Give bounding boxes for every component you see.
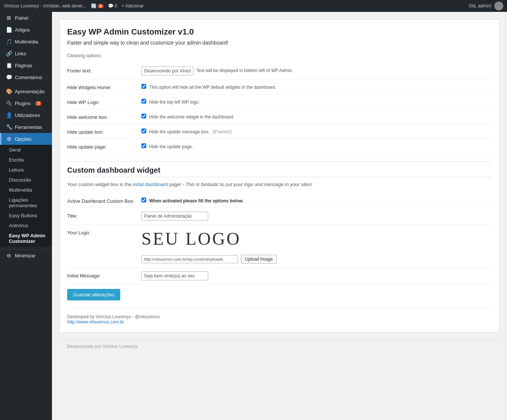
sidebar-label-utilizadores: Utilizadores xyxy=(15,113,40,118)
custom-widget-title: Custom dashboard widget xyxy=(67,166,492,175)
active-dashboard-control: When activated please fill the options b… xyxy=(141,197,492,204)
main-content: Easy WP Admin Customizer v1.0 Faster and… xyxy=(52,12,507,420)
comments-nav-icon: 💬 xyxy=(6,74,12,80)
sidebar-label-escrita: Escrita xyxy=(9,157,24,163)
sidebar-item-multimidia-sub[interactable]: Multimédia xyxy=(0,185,52,195)
sidebar-label-ligacoes: Ligações permanentes xyxy=(9,197,48,208)
custom-widget-desc: Your custom widget box in the initial da… xyxy=(67,182,492,187)
initial-message-label: Initial Message: xyxy=(67,271,141,279)
hide-welcome-row: Hide welcome box: Hide the welcome widge… xyxy=(67,109,492,124)
sidebar-item-easy-buttons[interactable]: Easy Buttons xyxy=(0,211,52,221)
footer-text-input[interactable] xyxy=(141,66,193,75)
initial-message-input[interactable] xyxy=(141,271,208,280)
sidebar-item-discussao[interactable]: Discussão xyxy=(0,175,52,185)
sidebar-item-minimizar[interactable]: ⊖ Minimizar xyxy=(0,249,52,261)
sidebar-label-multimidia-sub: Multimédia xyxy=(9,187,32,193)
plugin-title: Easy WP Admin Customizer v1.0 xyxy=(67,27,492,37)
minimize-icon: ⊖ xyxy=(6,253,12,258)
tools-icon: 🔧 xyxy=(6,124,12,130)
widget-title-input[interactable] xyxy=(141,212,208,221)
footer-credit-link[interactable]: http://www.vilourenco.com.br xyxy=(67,319,124,325)
section-divider xyxy=(67,161,492,162)
custom-widget-desc-italic: This is fantastic to put your logo and m… xyxy=(186,182,312,187)
sidebar-label-painel: Painel xyxy=(15,15,28,21)
hide-update-box-control: Hide the update message box. (If exists!… xyxy=(141,128,492,134)
sidebar-item-multimidia[interactable]: 🎵 Multimédia xyxy=(0,36,52,48)
greeting: Olá, admin! xyxy=(469,3,491,9)
hide-wp-logo-checkbox[interactable] xyxy=(141,99,146,104)
hide-welcome-checkbox[interactable] xyxy=(141,114,146,118)
plugins-badge: 3 xyxy=(35,101,42,106)
options-icon: ⚙ xyxy=(6,136,12,142)
hide-update-page-helper: Hide the update page. xyxy=(149,143,193,149)
active-dashboard-label: Active Dashboard Custom Box: xyxy=(67,197,141,204)
hide-widgets-control: This option will hide all the WP default… xyxy=(141,83,492,90)
sidebar-item-antivirus[interactable]: AntiVirus xyxy=(0,221,52,231)
hide-update-box-helper: Hide the update message box. xyxy=(149,128,210,134)
plugin-subtitle: Faster and simple way to clean and custo… xyxy=(67,40,492,46)
sidebar-item-apresentacao[interactable]: 🎨 Apresentação xyxy=(0,85,52,97)
comments-count: 0 xyxy=(115,3,117,9)
custom-widget-desc-end: page! - xyxy=(169,182,184,187)
sidebar-label-apresentacao: Apresentação xyxy=(15,89,45,94)
footer-credit-line1: Developed by Vinícius Lourenço - @vilour… xyxy=(67,314,492,319)
upload-image-button[interactable]: Upload Image xyxy=(241,255,277,264)
logo-control: SEU LOGO Upload Image xyxy=(141,228,492,264)
logo-label: Your Logo: xyxy=(67,228,141,235)
logo-row: Your Logo: SEU LOGO Upload Image xyxy=(67,225,492,268)
footer-text-label: Footer text: xyxy=(67,66,141,74)
sidebar-item-opcoes[interactable]: ⚙ Opções xyxy=(0,133,52,145)
widget-title-label: Title: xyxy=(67,212,141,219)
active-dashboard-checkbox[interactable] xyxy=(141,198,146,202)
hide-update-page-control: Hide the update page. xyxy=(141,143,492,149)
sidebar-item-artigos[interactable]: 📄 Artigos xyxy=(0,24,52,36)
users-icon: 👤 xyxy=(6,112,12,118)
links-icon: 🔗 xyxy=(6,51,12,56)
hide-wp-logo-label: Hide WP Logo: xyxy=(67,98,141,105)
comments-icon[interactable]: 💬 0 xyxy=(108,3,117,9)
initial-message-control xyxy=(141,271,492,280)
widget-title-control xyxy=(141,212,492,221)
sidebar-label-multimidia: Multimédia xyxy=(15,39,38,45)
sidebar-item-comentarios[interactable]: 💬 Comentários xyxy=(0,71,52,83)
hide-welcome-helper: Hide the welcome widget in the dashboard… xyxy=(149,113,234,120)
sidebar-item-easy-wp[interactable]: Easy WP Admin Customizer xyxy=(0,231,52,246)
sidebar-item-leitura[interactable]: Leitura xyxy=(0,165,52,175)
sidebar-item-links[interactable]: 🔗 Links xyxy=(0,48,52,59)
hide-update-box-row: Hide update box: Hide the update message… xyxy=(67,124,492,139)
logo-url-input[interactable] xyxy=(141,255,238,263)
plugins-icon: 🔌 xyxy=(6,100,12,106)
updates-icon[interactable]: 🔄 8 xyxy=(91,3,104,9)
footer-text-row: Footer text: Text will be displayed in b… xyxy=(67,63,492,79)
sidebar-item-ligacoes[interactable]: Ligações permanentes xyxy=(0,195,52,211)
cleaning-options-label: Cleaning options: xyxy=(67,53,492,58)
sidebar-label-geral: Geral xyxy=(9,147,21,153)
custom-widget-desc-link[interactable]: initial dashboard xyxy=(133,182,168,187)
wp-footer-text: Desenvolvido por Vinícius Lourenço xyxy=(67,344,138,349)
updates-count: 8 xyxy=(98,4,104,8)
sidebar-item-painel[interactable]: ⊞ Painel xyxy=(0,12,52,24)
sidebar-label-discussao: Discussão xyxy=(9,177,31,183)
sidebar-item-geral[interactable]: Geral xyxy=(0,145,52,155)
sidebar: ⊞ Painel 📄 Artigos 🎵 Multimédia 🔗 Links … xyxy=(0,12,52,420)
sidebar-item-escrita[interactable]: Escrita xyxy=(0,155,52,165)
save-button[interactable]: Guardar alterações xyxy=(67,289,120,300)
hide-update-box-label: Hide update box: xyxy=(67,128,141,135)
sidebar-item-plugins[interactable]: 🔌 Plugins 3 xyxy=(0,97,52,109)
media-icon: 🎵 xyxy=(6,39,12,45)
logo-display: SEU LOGO xyxy=(141,228,241,249)
site-name[interactable]: Vinícius Lourenço - christian, web devel… xyxy=(4,3,86,9)
sidebar-item-ferramentas[interactable]: 🔧 Ferramentas xyxy=(0,121,52,133)
sidebar-label-artigos: Artigos xyxy=(15,27,30,33)
add-new-button[interactable]: + Adicionar xyxy=(121,3,144,9)
sidebar-item-paginas[interactable]: 📋 Páginas xyxy=(0,59,52,71)
sidebar-label-easy-wp: Easy WP Admin Customizer xyxy=(9,233,48,244)
plugin-footer: Developed by Vinícius Lourenço - @vilour… xyxy=(67,308,492,325)
sidebar-item-utilizadores[interactable]: 👤 Utilizadores xyxy=(0,109,52,121)
hide-widgets-checkbox[interactable] xyxy=(141,84,146,89)
hide-update-page-checkbox[interactable] xyxy=(141,143,146,148)
sidebar-label-leitura: Leitura xyxy=(9,167,24,173)
hide-update-box-checkbox[interactable] xyxy=(141,128,146,133)
sidebar-label-comentarios: Comentários xyxy=(15,75,42,80)
sidebar-label-plugins: Plugins xyxy=(15,101,31,106)
